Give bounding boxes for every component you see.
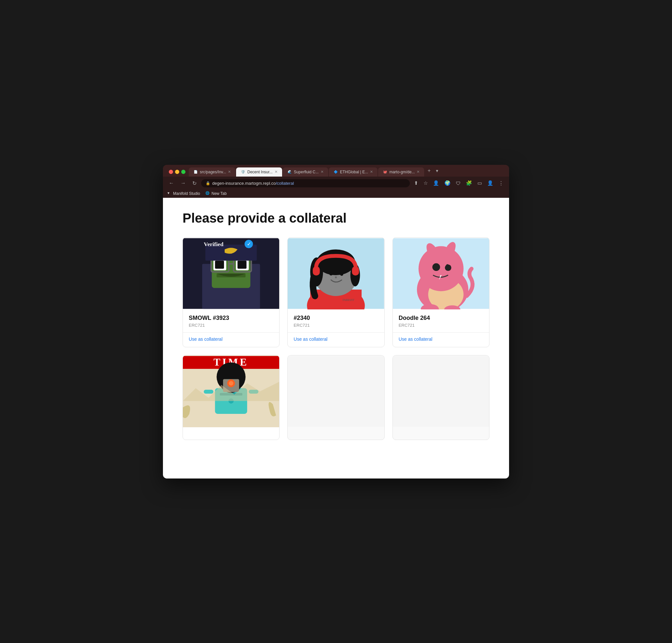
svg-text:TARRANT: TARRANT xyxy=(343,298,355,301)
nft-info-5 xyxy=(288,427,384,436)
tab-favicon-5: 🐙 xyxy=(383,170,387,174)
address-bar-row: ← → ↻ 🔒 degen-insurance.martogm.repl.co/… xyxy=(163,177,509,190)
tab-favicon-1: 📄 xyxy=(193,170,198,174)
manifold-favicon: ▼ xyxy=(167,191,171,196)
nft-info-2: #2340 ERC721 Use as collateral xyxy=(288,310,384,347)
nft-info-3: Doodle 264 ERC721 Use as collateral xyxy=(393,310,489,347)
tab-label-1: src/pages/Inv... xyxy=(200,170,226,174)
tab-label-4: ETHGlobal | E... xyxy=(340,170,368,174)
minimize-window-button[interactable] xyxy=(175,170,179,174)
tab-bar-inner: 📄 src/pages/Inv... ✕ 🛡️ Decent Insur... … xyxy=(189,168,506,177)
extensions-button[interactable]: 🧩 xyxy=(464,179,474,187)
nft-card-2: TARRANT #2340 ERC721 Use as collateral xyxy=(287,237,384,347)
browser-chrome: 📄 src/pages/Inv... ✕ 🛡️ Decent Insur... … xyxy=(163,165,509,198)
svg-rect-5 xyxy=(215,260,224,269)
nft-type-3: ERC721 xyxy=(399,323,483,328)
address-path: /collateral xyxy=(276,181,294,186)
nft-card-1: Verified ✓ SMOWL #3923 ERC721 Use as col… xyxy=(182,237,279,347)
svg-point-36 xyxy=(446,264,449,267)
bookmark-button[interactable]: ☆ xyxy=(422,179,429,187)
nft-card-5 xyxy=(287,355,384,440)
tab-close-4[interactable]: ✕ xyxy=(370,170,373,174)
svg-rect-28 xyxy=(352,266,359,276)
profile-button[interactable]: 👤 xyxy=(485,179,495,187)
bookmark-manifold-label: Manifold Studio xyxy=(173,191,200,196)
translate-button[interactable]: 🌍 xyxy=(443,179,452,187)
reload-button[interactable]: ↻ xyxy=(190,180,199,187)
svg-point-34 xyxy=(432,263,440,271)
nft-image-4: TIME xyxy=(183,355,279,427)
nft-image-1: Verified ✓ xyxy=(183,238,279,310)
nft-divider-2 xyxy=(288,332,384,332)
back-button[interactable]: ← xyxy=(167,180,176,187)
tab-close-1[interactable]: ✕ xyxy=(228,170,231,174)
nft-image-5 xyxy=(288,355,384,427)
nft-grid: Verified ✓ SMOWL #3923 ERC721 Use as col… xyxy=(182,237,490,440)
tab-bar: 📄 src/pages/Inv... ✕ 🛡️ Decent Insur... … xyxy=(163,165,509,177)
nft-type-2: ERC721 xyxy=(293,323,378,328)
bookmark-newtab[interactable]: 🌐 New Tab xyxy=(205,191,227,196)
share-button[interactable]: ⬆ xyxy=(412,179,420,187)
tab-label-2: Decent Insur... xyxy=(247,170,272,174)
browser-window: 📄 src/pages/Inv... ✕ 🛡️ Decent Insur... … xyxy=(163,165,509,478)
nft-card-6 xyxy=(393,355,490,440)
page-title: Please provide a collateral xyxy=(182,211,490,226)
nft-image-2: TARRANT xyxy=(288,238,384,310)
tab-overflow-button[interactable]: ▾ xyxy=(434,168,440,176)
address-bar[interactable]: 🔒 degen-insurance.martogm.repl.co/collat… xyxy=(201,179,410,187)
svg-point-47 xyxy=(229,381,233,386)
tab-favicon-4: 🔷 xyxy=(333,170,338,174)
svg-rect-53 xyxy=(393,356,489,427)
nft-name-2: #2340 xyxy=(293,315,378,322)
bookmark-manifold[interactable]: ▼ Manifold Studio xyxy=(167,191,200,196)
maximize-window-button[interactable] xyxy=(181,170,185,174)
svg-rect-6 xyxy=(237,260,247,269)
tab-close-3[interactable]: ✕ xyxy=(321,170,324,174)
forward-button[interactable]: → xyxy=(179,180,188,187)
browser-tab-2[interactable]: 🛡️ Decent Insur... ✕ xyxy=(236,168,282,177)
svg-text:Verified: Verified xyxy=(204,241,223,247)
browser-tab-4[interactable]: 🔷 ETHGlobal | E... ✕ xyxy=(329,168,377,177)
svg-point-33 xyxy=(418,246,463,291)
nft-info-6 xyxy=(393,427,489,436)
nft-type-1: ERC721 xyxy=(189,323,273,328)
svg-point-25 xyxy=(340,272,344,276)
browser-tab-3[interactable]: 🌊 Superfluid C... ✕ xyxy=(283,168,328,177)
page-content: Please provide a collateral xyxy=(163,198,509,478)
new-tab-button[interactable]: + xyxy=(425,168,433,176)
bookmark-newtab-label: New Tab xyxy=(212,191,227,196)
tab-label-5: marto-gm/de... xyxy=(389,170,415,174)
nft-divider-1 xyxy=(183,332,279,332)
nft-divider-3 xyxy=(393,332,489,332)
browser-tab-1[interactable]: 📄 src/pages/Inv... ✕ xyxy=(189,168,236,177)
nft-name-3: Doodle 264 xyxy=(399,315,483,322)
bookmarks-bar: ▼ Manifold Studio 🌐 New Tab xyxy=(163,190,509,198)
avatar-button[interactable]: 👤 xyxy=(431,179,441,187)
svg-point-24 xyxy=(329,271,333,276)
address-text: degen-insurance.martogm.repl.co/collater… xyxy=(212,181,405,186)
traffic-lights xyxy=(166,170,188,177)
svg-text:✓: ✓ xyxy=(247,241,251,247)
address-domain: degen-insurance.martogm.repl.co xyxy=(212,181,276,186)
security-icon: 🔒 xyxy=(206,181,210,185)
nft-card-4: TIME xyxy=(182,355,279,440)
nft-image-3 xyxy=(393,238,489,310)
svg-rect-27 xyxy=(313,266,320,276)
nft-action-1[interactable]: Use as collateral xyxy=(189,337,273,344)
nft-info-1: SMOWL #3923 ERC721 Use as collateral xyxy=(183,310,279,347)
toolbar-icons: ⬆ ☆ 👤 🌍 🛡 🧩 ▭ 👤 ⋮ xyxy=(412,179,505,187)
tab-favicon-2: 🛡️ xyxy=(241,170,245,174)
sidebar-button[interactable]: ▭ xyxy=(476,179,483,187)
nft-info-4 xyxy=(183,427,279,440)
tab-close-5[interactable]: ✕ xyxy=(417,170,420,174)
tab-close-2[interactable]: ✕ xyxy=(275,170,278,174)
nft-action-2[interactable]: Use as collateral xyxy=(293,337,378,344)
menu-button[interactable]: ⋮ xyxy=(497,179,505,187)
nft-action-3[interactable]: Use as collateral xyxy=(399,337,483,344)
close-window-button[interactable] xyxy=(169,170,173,174)
tab-label-3: Superfluid C... xyxy=(294,170,319,174)
tab-favicon-3: 🌊 xyxy=(287,170,292,174)
browser-tab-5[interactable]: 🐙 marto-gm/de... ✕ xyxy=(378,168,424,177)
nft-card-3: Doodle 264 ERC721 Use as collateral xyxy=(393,237,490,347)
shield-button[interactable]: 🛡 xyxy=(454,180,463,187)
